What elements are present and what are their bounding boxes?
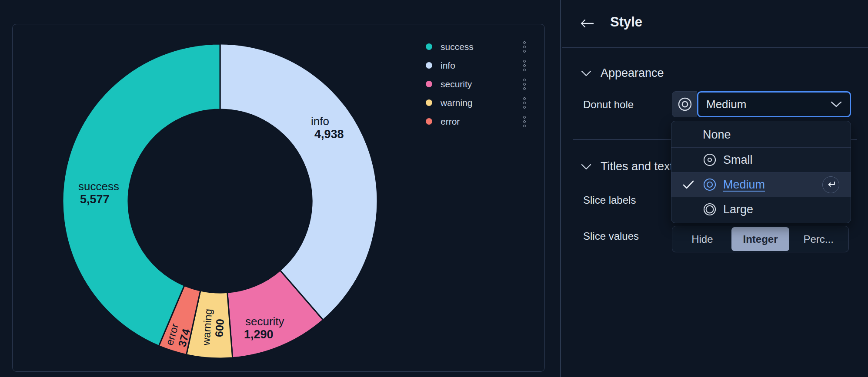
legend-item-success[interactable]: success [426,37,527,56]
chevron-down-icon [831,101,842,107]
section-label: Titles and text [601,160,673,173]
panel-title: Style [610,14,642,30]
donut-small-icon [703,153,723,167]
menu-option-medium[interactable]: Medium [671,172,851,197]
segment-percent[interactable]: Perc... [789,227,848,251]
donut-hole-value: Medium [706,98,746,111]
donut-hole-label: Donut hole [583,99,634,111]
kebab-menu-icon[interactable] [521,40,527,54]
kebab-menu-icon[interactable] [521,114,527,129]
legend-label: success [441,42,474,52]
donut-medium-icon [678,97,692,112]
legend-item-security[interactable]: security [426,75,527,93]
slice-values-label: Slice values [583,230,639,242]
legend-item-error[interactable]: error [426,112,527,131]
kebab-menu-icon[interactable] [521,96,527,110]
slice-labels-label: Slice labels [583,194,636,206]
legend-swatch-success [426,43,432,50]
style-settings-panel: Style Appearance Donut hole Medium [562,0,868,377]
section-label: Appearance [601,66,664,80]
section-appearance[interactable]: Appearance [581,66,664,80]
menu-option-label: Large [723,203,753,216]
segment-integer[interactable]: Integer [731,227,790,251]
legend-swatch-warning [426,99,432,106]
kebab-menu-icon[interactable] [521,77,527,92]
legend-item-warning[interactable]: warning [426,93,527,112]
kebab-menu-icon[interactable] [521,58,527,73]
chevron-down-icon [581,70,591,76]
slice-values-segmented-control: Hide Integer Perc... [672,226,849,252]
legend-label: info [441,60,455,71]
chart-legend: success info security warning error [426,37,527,131]
legend-swatch-info [426,62,432,69]
menu-option-large[interactable]: Large [671,197,851,222]
back-button[interactable] [578,16,596,31]
checkmark-icon [683,180,703,189]
donut-medium-icon [703,178,723,192]
menu-option-label: Small [723,153,753,167]
arrow-left-icon [580,18,594,29]
panel-divider [560,0,561,377]
return-key-icon [822,176,839,193]
header-divider [562,47,868,48]
legend-label: error [441,116,460,127]
legend-label: warning [441,98,473,108]
donut-hole-addon [672,91,697,117]
legend-swatch-security [426,81,432,87]
legend-label: security [441,79,472,89]
chevron-down-icon [581,164,591,170]
donut-hole-select[interactable]: Medium [697,91,851,117]
app-root: success5,577info4,938security1,290warnin… [0,0,868,377]
legend-item-info[interactable]: info [426,56,527,75]
legend-swatch-error [426,118,432,125]
donut-hole-dropdown-menu: None Small [671,121,851,223]
chart-panel: success5,577info4,938security1,290warnin… [12,24,545,372]
section-titles-and-text[interactable]: Titles and text [581,160,673,173]
menu-option-small[interactable]: Small [671,147,851,172]
donut-slice-info[interactable] [220,44,377,320]
donut-large-icon [703,202,723,216]
donut-hole-field: Medium [672,91,851,117]
menu-option-none[interactable]: None [671,122,851,147]
segment-hide[interactable]: Hide [673,227,731,251]
menu-option-label: Medium [723,178,765,192]
menu-option-label: None [703,128,731,142]
